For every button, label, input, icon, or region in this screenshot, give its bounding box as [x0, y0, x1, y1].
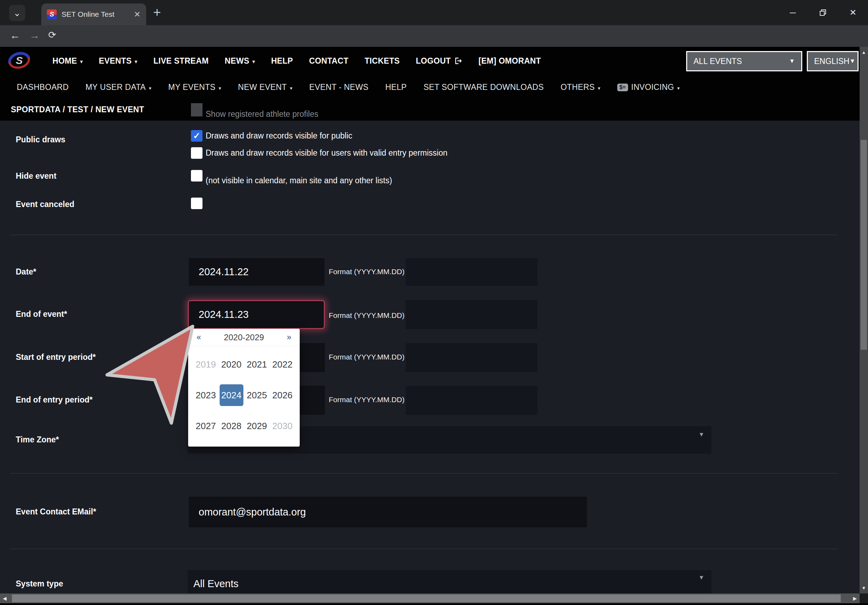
- end-of-event-label: End of event*: [16, 309, 67, 320]
- new-tab-button[interactable]: +: [153, 5, 161, 20]
- end-of-event-input[interactable]: 2024.11.23: [188, 300, 325, 329]
- date-label: Date*: [16, 266, 36, 278]
- hide-event-note: (not visible in calendar, main site and …: [206, 175, 392, 186]
- chevron-down-icon: ▾: [598, 85, 600, 91]
- divider: [10, 235, 837, 235]
- datepicker-decade-title[interactable]: 2020-2029: [201, 333, 287, 342]
- scroll-right-arrow-icon[interactable]: ▶: [853, 596, 857, 601]
- admin-nav-item-invoicing[interactable]: $=INVOICING▾: [617, 82, 680, 92]
- nav-item-label: EVENT - NEWS: [309, 82, 368, 92]
- main-nav-item-news[interactable]: NEWS▾: [225, 56, 255, 66]
- date-input[interactable]: 2024.11.22: [189, 258, 324, 286]
- main-nav-item-home[interactable]: HOME▾: [53, 56, 83, 66]
- browser-tab[interactable]: S SET Online Test ✕: [41, 3, 146, 25]
- contact-email-input[interactable]: omorant@sportdata.org: [189, 496, 587, 527]
- main-nav-item-em-omorant[interactable]: [EM] OMORANT: [478, 56, 541, 66]
- forward-button[interactable]: →: [29, 29, 40, 41]
- horizontal-scrollbar[interactable]: ◀ ▶: [0, 593, 860, 603]
- datepicker-header: « 2020-2029 »: [188, 329, 300, 346]
- draws-public-checkbox[interactable]: ✓: [191, 130, 203, 142]
- window-restore-button[interactable]: [808, 0, 838, 25]
- scroll-left-arrow-icon[interactable]: ◀: [3, 596, 7, 601]
- main-nav-item-contact[interactable]: CONTACT: [309, 56, 349, 66]
- hide-event-checkbox[interactable]: [191, 170, 203, 182]
- end-of-event-secondary-box: [406, 300, 538, 329]
- entry-end-secondary-box: [406, 386, 538, 415]
- main-nav-item-logout[interactable]: LOGOUT: [416, 56, 462, 66]
- end-of-event-format-hint: Format (YYYY.MM.DD): [329, 311, 405, 320]
- all-events-dropdown[interactable]: ALL EVENTS ▼: [686, 51, 802, 71]
- scroll-down-arrow-icon[interactable]: ▼: [860, 585, 868, 591]
- logout-icon: [454, 57, 462, 65]
- admin-nav-item-new-event[interactable]: NEW EVENT▾: [238, 82, 293, 92]
- window-controls: ─ ✕: [778, 0, 868, 25]
- datepicker-next-button[interactable]: »: [287, 333, 291, 342]
- calendar-year-2020[interactable]: 2020: [220, 354, 243, 375]
- nav-item-label: CONTACT: [309, 56, 349, 66]
- window-minimize-button[interactable]: ─: [778, 0, 808, 25]
- time-zone-label: Time Zone*: [16, 434, 59, 445]
- calendar-year-2022[interactable]: 2022: [271, 354, 294, 375]
- admin-nav-item-my-events[interactable]: MY EVENTS▾: [168, 82, 222, 92]
- tab-close-icon[interactable]: ✕: [134, 10, 141, 19]
- main-nav: HOME▾EVENTS▾LIVE STREAMNEWS▾HELPCONTACTT…: [53, 47, 541, 75]
- nav-item-label: HOME: [53, 56, 77, 66]
- admin-nav-item-my-user-data[interactable]: MY USER DATA▾: [85, 82, 152, 92]
- date-value: 2024.11.22: [198, 266, 249, 278]
- nav-item-label: HELP: [271, 56, 293, 66]
- main-nav-item-live-stream[interactable]: LIVE STREAM: [153, 56, 209, 66]
- main-nav-item-help[interactable]: HELP: [271, 56, 293, 66]
- admin-nav-item-set-software-downloads[interactable]: SET SOFTWARE DOWNLOADS: [423, 82, 544, 92]
- nav-item-label: HELP: [385, 82, 407, 92]
- breadcrumb-bar: SPORTDATA / TEST / NEW EVENT Show regist…: [0, 100, 860, 121]
- scrollbar-corner: [860, 593, 868, 603]
- chevron-down-icon: ▾: [219, 85, 221, 91]
- end-of-event-value: 2024.11.23: [198, 309, 249, 320]
- chevron-down-icon: ▾: [80, 59, 82, 64]
- scroll-up-arrow-icon[interactable]: ▲: [860, 50, 868, 55]
- sportdata-logo[interactable]: S: [6, 50, 32, 73]
- chevron-down-icon: ▾: [290, 85, 292, 91]
- vertical-scrollbar-thumb[interactable]: [861, 140, 867, 350]
- window-bottom-edge: [0, 603, 868, 605]
- browser-toolbar: ← → ⟳ sportdata.org/test/set-online/admi…: [0, 25, 868, 47]
- contact-email-value: omorant@sportdata.org: [198, 506, 306, 518]
- date-format-hint: Format (YYYY.MM.DD): [329, 267, 405, 276]
- calendar-year-2028[interactable]: 2028: [220, 415, 243, 437]
- nav-item-label: [EM] OMORANT: [478, 56, 541, 66]
- admin-nav-item-dashboard[interactable]: DASHBOARD: [17, 82, 68, 92]
- invoice-icon: $=: [617, 84, 628, 91]
- admin-nav: DASHBOARDMY USER DATA▾MY EVENTS▾NEW EVEN…: [0, 75, 860, 100]
- back-button[interactable]: ←: [10, 29, 20, 41]
- event-canceled-label: Event canceled: [16, 199, 74, 210]
- divider: [10, 473, 837, 473]
- event-canceled-checkbox[interactable]: [191, 198, 203, 209]
- draws-entry-permission-checkbox[interactable]: [191, 147, 203, 159]
- admin-nav-item-help[interactable]: HELP: [385, 82, 407, 92]
- main-nav-item-tickets[interactable]: TICKETS: [365, 56, 400, 66]
- vertical-scrollbar[interactable]: ▲ ▼: [860, 47, 868, 593]
- main-nav-item-events[interactable]: EVENTS▾: [99, 56, 138, 66]
- calendar-year-2026[interactable]: 2026: [271, 384, 294, 406]
- chevron-down-icon: ▼: [789, 58, 795, 65]
- show-athlete-profiles-checkbox[interactable]: [191, 103, 203, 116]
- calendar-year-2029[interactable]: 2029: [245, 415, 269, 437]
- date-secondary-box: [406, 258, 538, 286]
- calendar-year-2030[interactable]: 2030: [271, 415, 294, 437]
- calendar-year-2024[interactable]: 2024: [220, 384, 243, 406]
- system-type-value: All Events: [194, 578, 239, 589]
- draws-public-checkbox-label: Draws and draw records visible for publi…: [206, 130, 352, 142]
- calendar-year-2025[interactable]: 2025: [245, 384, 269, 406]
- nav-item-label: MY USER DATA: [85, 82, 146, 92]
- calendar-year-2021[interactable]: 2021: [245, 354, 269, 375]
- reload-button[interactable]: ⟳: [48, 29, 56, 40]
- language-dropdown[interactable]: ENGLISH ▼: [807, 51, 859, 71]
- tab-title: SET Online Test: [62, 10, 114, 19]
- window-close-button[interactable]: ✕: [838, 0, 868, 25]
- admin-nav-item-others[interactable]: OTHERS▾: [561, 82, 600, 92]
- admin-nav-item-event-news[interactable]: EVENT - NEWS: [309, 82, 368, 92]
- horizontal-scrollbar-thumb[interactable]: [12, 594, 841, 602]
- chevron-down-icon: ▾: [677, 85, 680, 91]
- tab-search-button[interactable]: ⌄: [9, 5, 25, 21]
- tab-favicon-icon: S: [47, 9, 57, 19]
